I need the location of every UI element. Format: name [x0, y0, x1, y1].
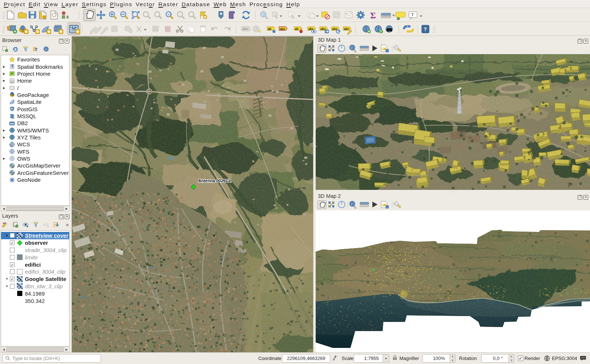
svg-text:DB2: DB2 — [10, 123, 15, 125]
svg-text:Σ: Σ — [370, 11, 376, 20]
svg-text:Antenna 0026CL: Antenna 0026CL — [198, 179, 231, 183]
svg-text:ab: ab — [295, 27, 298, 31]
svg-text:T: T — [411, 12, 414, 17]
svg-text:i: i — [352, 46, 353, 50]
svg-text:V: V — [11, 150, 13, 153]
svg-text:abc: abc — [344, 27, 349, 31]
svg-text:i: i — [352, 202, 353, 206]
svg-text:ab: ab — [268, 27, 271, 31]
svg-text:abc: abc — [280, 27, 285, 31]
svg-text:?: ? — [424, 26, 427, 32]
svg-text:abc: abc — [243, 27, 248, 31]
svg-text:1:1: 1:1 — [168, 13, 171, 16]
svg-text:ε: ε — [44, 222, 45, 226]
svg-text:i: i — [45, 47, 46, 51]
svg-text:a: a — [66, 14, 69, 19]
